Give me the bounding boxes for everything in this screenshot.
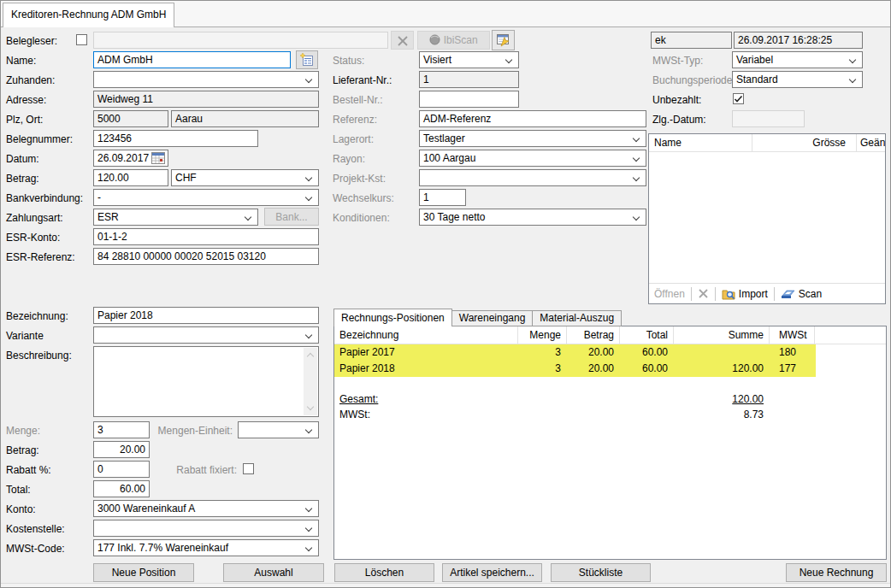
- name-field[interactable]: ADM GmbH: [93, 51, 291, 68]
- cell-menge: 3: [518, 344, 561, 361]
- rayon-label: Rayon:: [333, 150, 365, 168]
- referenz-field[interactable]: ADM-Referenz: [419, 110, 646, 127]
- x-icon: [398, 36, 408, 46]
- col-betrag[interactable]: [567, 326, 620, 344]
- buchungsperiode-value: Standard: [736, 74, 778, 85]
- rayon-select[interactable]: 100 Aargau: [419, 150, 646, 167]
- variante-select[interactable]: [93, 326, 319, 344]
- kostenstelle-select[interactable]: [93, 520, 319, 537]
- belegleser-label: Belegleser:: [6, 32, 57, 50]
- tab-rechnungs-positionen[interactable]: Rechnungs-Positionen: [333, 309, 452, 326]
- zuhanden-select[interactable]: [93, 71, 319, 88]
- belegleser-checkbox[interactable]: [76, 34, 87, 45]
- cell-mwst: 177: [770, 361, 815, 377]
- col-menge[interactable]: [518, 326, 567, 344]
- new-record-icon: [300, 53, 314, 67]
- variante-label: Variante: [6, 327, 44, 344]
- esr-referenz-label: ESR-Referenz:: [6, 249, 75, 266]
- projekt-kst-select[interactable]: [419, 169, 646, 186]
- artikel-speichern-button[interactable]: Artikel speichern...: [442, 563, 542, 582]
- belegnummer-label: Belegnummer:: [6, 131, 73, 148]
- beschreibung-textarea[interactable]: [93, 346, 319, 417]
- mwst-typ-value: Variabel: [736, 54, 773, 66]
- status-value: Visiert: [423, 54, 451, 66]
- rabatt-field[interactable]: 0: [93, 461, 150, 478]
- neue-position-button[interactable]: Neue Position: [93, 563, 194, 582]
- stueckliste-button[interactable]: Stückliste: [551, 563, 651, 582]
- status-select[interactable]: Visiert: [419, 51, 519, 68]
- tab-wareneingang[interactable]: Wareneingang: [452, 310, 534, 326]
- projekt-kst-label: Projekt-Kst:: [333, 170, 386, 187]
- delete-attachment-button: [698, 288, 709, 299]
- bankverbindung-value: -: [97, 191, 101, 203]
- col-total[interactable]: [620, 326, 674, 344]
- bezeichnung-field[interactable]: Papier 2018: [93, 307, 319, 324]
- window-bottom-edge: [1, 583, 890, 587]
- konto-select[interactable]: 3000 Wareneinkauf A: [93, 500, 319, 517]
- mengen-einheit-select[interactable]: [238, 421, 319, 438]
- position-betrag-label: Betrag:: [6, 442, 39, 459]
- bezeichnung-label: Bezeichnung:: [6, 308, 68, 325]
- zahlungsart-select[interactable]: ESR: [93, 209, 258, 226]
- globe-icon: [429, 34, 440, 45]
- cell-bezeichnung: Papier 2018: [334, 361, 518, 377]
- cell-summe: 120.00: [674, 361, 764, 377]
- table-row[interactable]: Papier 2018 3 20.00 60.00 120.00 177: [334, 361, 816, 377]
- lagerort-select[interactable]: Testlager: [419, 130, 646, 147]
- position-betrag-field[interactable]: 20.00: [93, 441, 150, 458]
- menge-field[interactable]: 3: [93, 421, 150, 438]
- beschreibung-scrollbar[interactable]: [304, 348, 317, 415]
- plz-field: 5000: [93, 110, 168, 127]
- tab-kreditoren-rechnung[interactable]: Kreditoren-Rechnung ADM GmbH: [3, 3, 174, 27]
- beschreibung-label: Beschreibung:: [6, 347, 72, 364]
- belegnummer-field[interactable]: 123456: [93, 130, 258, 147]
- col-mwst[interactable]: MWSt: [770, 326, 815, 344]
- table-row[interactable]: Papier 2017 3 20.00 60.00 180: [334, 344, 816, 361]
- loeschen-button[interactable]: Löschen: [334, 563, 434, 582]
- scan-label: Scan: [799, 288, 822, 300]
- tab-material-auszug[interactable]: Material-Auszug: [533, 310, 622, 326]
- open-label: Öffnen: [654, 288, 685, 300]
- buchungsperiode-select[interactable]: Standard: [732, 71, 863, 88]
- properties-button[interactable]: [492, 30, 515, 50]
- mwst-typ-select[interactable]: Variabel: [732, 51, 863, 68]
- betrag-field[interactable]: 120.00: [93, 169, 168, 186]
- mwst-total-row: MWSt: 8.73: [334, 407, 816, 423]
- konditionen-select[interactable]: 30 Tage netto: [419, 209, 646, 226]
- folder-search-icon: [722, 288, 735, 300]
- unbezahlt-checkbox[interactable]: [733, 93, 744, 104]
- col-bezeichnung[interactable]: Bezeichnung: [334, 326, 518, 344]
- attachments-list[interactable]: Name Grösse Geändert Öffnen Import: [648, 133, 886, 304]
- bestell-nr-field[interactable]: [419, 91, 519, 108]
- cell-menge: 3: [518, 361, 561, 377]
- toolbar-separator: [774, 287, 775, 301]
- esr-referenz-field[interactable]: 84 28810 00000 00020 52015 03120: [93, 248, 319, 265]
- betrag-label: Betrag:: [6, 170, 39, 187]
- x-icon: [698, 288, 709, 299]
- wechselkurs-field[interactable]: 1: [419, 189, 466, 206]
- waehrung-value: CHF: [175, 172, 197, 184]
- cell-betrag: 20.00: [567, 361, 614, 377]
- scan-button[interactable]: Scan: [781, 288, 822, 300]
- bankverbindung-select[interactable]: -: [93, 189, 319, 206]
- rayon-value: 100 Aargau: [423, 152, 475, 164]
- mwst-code-label: MWSt-Code:: [6, 540, 65, 557]
- mwst-code-select[interactable]: 177 Inkl. 7.7% Wareneinkauf: [93, 539, 319, 556]
- calendar-icon[interactable]: [151, 152, 165, 164]
- neue-rechnung-button[interactable]: Neue Rechnung: [786, 563, 887, 582]
- lieferant-nr-label: Lieferant-Nr.:: [333, 72, 392, 89]
- col-summe[interactable]: [674, 326, 770, 344]
- lieferant-nr-field: 1: [419, 71, 519, 88]
- files-col-groesse[interactable]: Grösse: [752, 134, 857, 151]
- menge-label: Menge:: [6, 422, 40, 439]
- rabatt-fixiert-checkbox[interactable]: [243, 463, 254, 474]
- files-col-geaendert[interactable]: Geändert: [857, 134, 885, 151]
- waehrung-select[interactable]: CHF: [171, 169, 319, 186]
- import-button[interactable]: Import: [722, 288, 768, 300]
- auswahl-button[interactable]: Auswahl: [223, 563, 324, 582]
- files-col-name[interactable]: Name: [649, 134, 752, 151]
- esr-konto-field[interactable]: 01-1-2: [93, 228, 319, 245]
- total-field[interactable]: 60.00: [93, 480, 150, 497]
- cell-summe: [674, 344, 764, 361]
- name-lookup-button[interactable]: [296, 50, 318, 69]
